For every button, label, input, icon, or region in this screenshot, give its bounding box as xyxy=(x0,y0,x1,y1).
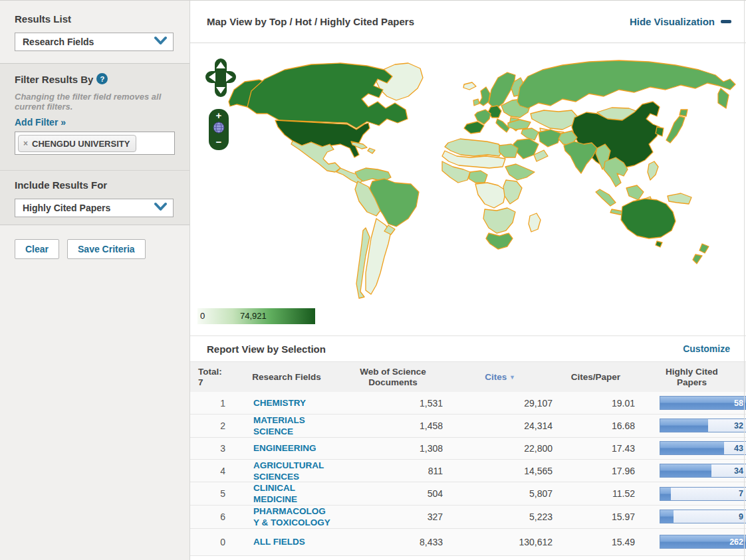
map-zoom-control[interactable]: + − xyxy=(209,109,229,150)
row-cites-per-paper: 11.52 xyxy=(554,488,638,499)
region-horn-of-africa[interactable] xyxy=(505,164,535,180)
include-results-dropdown[interactable]: Highly Cited Papers xyxy=(15,199,174,217)
row-documents: 327 xyxy=(340,512,446,522)
remove-filter-icon[interactable]: × xyxy=(23,139,28,148)
country-canada[interactable] xyxy=(247,63,408,128)
main-content: Map View by Top / Hot / Highly Cited Pap… xyxy=(189,1,746,560)
region-central-africa[interactable] xyxy=(475,183,506,208)
region-new-guinea[interactable] xyxy=(668,193,691,204)
country-egypt[interactable] xyxy=(499,144,518,157)
country-philippines[interactable] xyxy=(648,161,658,180)
help-icon[interactable]: ? xyxy=(96,73,108,84)
table-row: 5 CLINICAL MEDICINE 504 5,807 11.52 7 xyxy=(190,482,746,505)
row-documents: 504 xyxy=(340,488,446,499)
highly-cited-value: 34 xyxy=(734,466,743,476)
research-field-link[interactable]: AGRICULTURAL SCIENCES xyxy=(253,460,324,482)
report-panel-header: Report View by Selection Customize xyxy=(190,336,746,361)
country-italy[interactable] xyxy=(496,119,509,132)
header-wos-documents[interactable]: Web of Science Documents xyxy=(340,367,446,388)
chevron-down-icon xyxy=(154,36,167,48)
row-cites: 130,612 xyxy=(446,537,554,547)
country-madagascar[interactable] xyxy=(529,213,541,232)
research-field-link[interactable]: ALL FIELDS xyxy=(253,537,305,547)
highly-cited-bar: 32 xyxy=(660,419,746,432)
results-list-section: Results List Research Fields xyxy=(0,1,189,64)
highly-cited-value: 262 xyxy=(729,537,743,547)
region-southern-africa[interactable] xyxy=(483,208,515,233)
highly-cited-value: 58 xyxy=(734,399,743,408)
row-cites-per-paper: 16.68 xyxy=(554,420,638,431)
hide-visualization-link[interactable]: Hide Visualization xyxy=(630,16,731,27)
country-nigeria[interactable] xyxy=(469,171,487,183)
row-cites: 14,565 xyxy=(446,466,554,476)
country-japan[interactable] xyxy=(666,116,685,143)
add-filter-link[interactable]: Add Filter » xyxy=(15,117,66,128)
country-new-zealand-south[interactable] xyxy=(693,254,702,264)
globe-icon[interactable] xyxy=(213,122,225,136)
highly-cited-bar: 262 xyxy=(660,535,746,549)
country-new-zealand[interactable] xyxy=(699,244,709,253)
row-cites-per-paper: 15.49 xyxy=(554,537,638,547)
highly-cited-value: 9 xyxy=(739,512,743,521)
research-field-link[interactable]: MATERIALS SCIENCE xyxy=(253,415,305,436)
map-pan-control[interactable] xyxy=(205,57,236,102)
region-borneo[interactable] xyxy=(626,185,644,200)
customize-link[interactable]: Customize xyxy=(683,343,730,354)
row-cites-per-paper: 15.97 xyxy=(554,512,638,522)
region-caribbean[interactable] xyxy=(368,148,375,153)
minus-icon xyxy=(721,20,731,23)
region-levant-iraq[interactable] xyxy=(521,128,539,140)
country-india[interactable] xyxy=(564,141,597,173)
country-ireland[interactable] xyxy=(473,99,479,106)
row-documents: 8,433 xyxy=(340,537,446,547)
row-cites: 24,314 xyxy=(446,420,554,431)
highly-cited-bar-fill xyxy=(660,510,674,523)
header-research-fields[interactable]: Research Fields xyxy=(233,372,340,383)
row-cites: 5,807 xyxy=(446,488,554,499)
table-row: 2 MATERIALS SCIENCE 1,458 24,314 16.68 3… xyxy=(190,414,746,437)
filter-chip[interactable]: × CHENGDU UNIVERSITY xyxy=(18,135,136,152)
country-australia[interactable] xyxy=(621,199,676,238)
row-rank: 6 xyxy=(190,512,233,522)
legend-min: 0 xyxy=(200,311,205,321)
save-criteria-button[interactable]: Save Criteria xyxy=(67,239,146,259)
research-field-link[interactable]: CLINICAL MEDICINE xyxy=(253,483,297,504)
region-north-africa[interactable] xyxy=(445,139,503,156)
country-kazakhstan[interactable] xyxy=(531,110,577,130)
region-iberia[interactable] xyxy=(464,122,484,134)
research-field-link[interactable]: PHARMACOLOG Y & TOXICOLOGY xyxy=(253,506,330,527)
research-field-link[interactable]: CHEMISTRY xyxy=(253,398,306,408)
header-cites-per-paper[interactable]: Cites/Paper xyxy=(554,372,638,383)
header-cites[interactable]: Cites ▼ xyxy=(446,372,554,383)
region-east-africa[interactable] xyxy=(503,180,522,204)
results-list-dropdown[interactable]: Research Fields xyxy=(15,33,174,51)
table-row: 3 ENGINEERING 1,308 22,800 17.43 43 xyxy=(190,437,746,459)
clear-button[interactable]: Clear xyxy=(15,239,59,259)
region-yemen-oman[interactable] xyxy=(534,150,548,161)
highly-cited-bar-fill xyxy=(660,397,746,409)
include-results-value: Highly Cited Papers xyxy=(23,203,110,213)
legend-max: 74,921 xyxy=(240,311,267,321)
table-body: 1 CHEMISTRY 1,531 29,107 19.01 58 2 MATE… xyxy=(190,392,746,556)
row-rank: 0 xyxy=(190,537,233,547)
country-russia[interactable] xyxy=(517,60,735,108)
region-tasmania[interactable] xyxy=(656,241,662,247)
highly-cited-value: 43 xyxy=(734,444,743,453)
research-field-link[interactable]: ENGINEERING xyxy=(253,443,316,453)
highly-cited-bar-fill xyxy=(660,419,708,432)
row-documents: 1,458 xyxy=(340,420,446,431)
region-russia-far-east[interactable] xyxy=(718,88,729,108)
filter-chip-box: × CHENGDU UNIVERSITY xyxy=(15,132,175,155)
country-japan-hokkaido[interactable] xyxy=(680,110,687,116)
sidebar: Results List Research Fields Filter Resu… xyxy=(0,1,189,560)
header-highly-cited[interactable]: Highly Cited Papers xyxy=(638,367,746,388)
country-south-africa[interactable] xyxy=(486,233,513,249)
country-iceland[interactable] xyxy=(463,82,476,90)
country-iran[interactable] xyxy=(539,130,561,147)
zoom-out-icon[interactable]: − xyxy=(216,139,222,145)
highly-cited-bar: 7 xyxy=(660,487,746,501)
chevron-down-icon xyxy=(154,202,167,214)
region-sumatra[interactable] xyxy=(596,189,616,206)
zoom-in-icon[interactable]: + xyxy=(216,112,222,119)
filter-heading: Filter Results By? xyxy=(15,73,175,85)
